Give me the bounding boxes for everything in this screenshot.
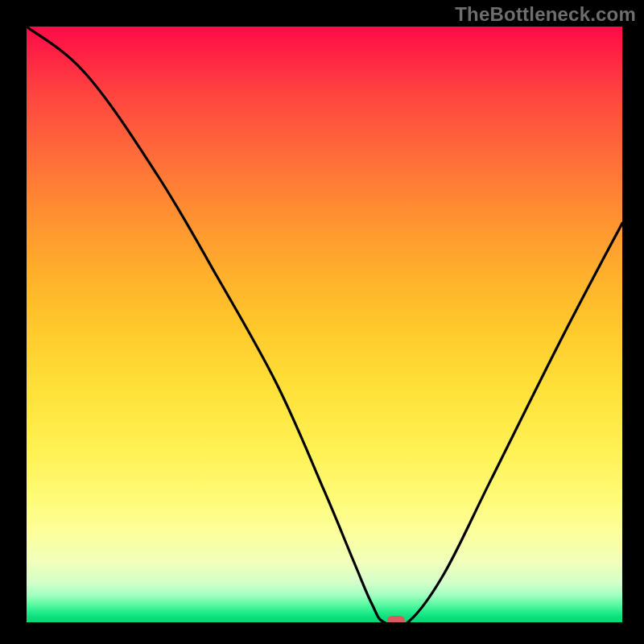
optimal-point-marker (387, 616, 405, 622)
plot-area (27, 27, 622, 622)
watermark-text: TheBottleneck.com (455, 3, 636, 26)
chart-frame: TheBottleneck.com (0, 0, 644, 644)
bottleneck-curve (27, 27, 622, 622)
